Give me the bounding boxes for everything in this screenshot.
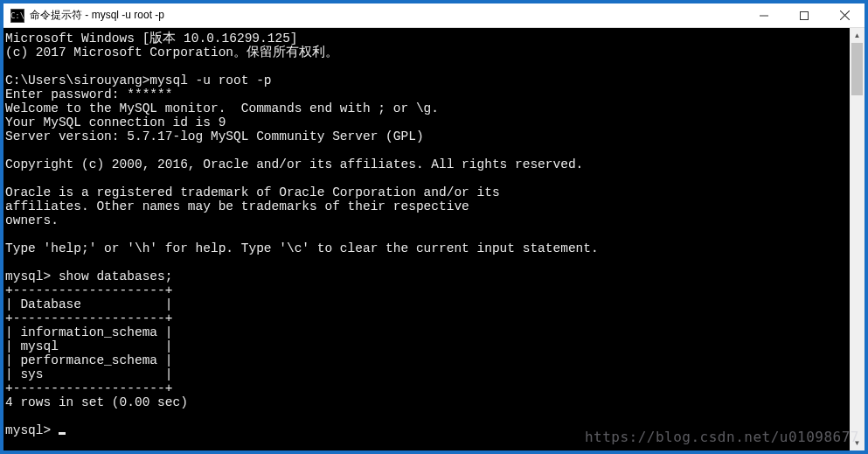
line: 4 rows in set (0.00 sec) bbox=[5, 395, 188, 409]
svg-rect-1 bbox=[801, 11, 809, 19]
cmd-window: C:\ 命令提示符 - mysql -u root -p Microsoft W… bbox=[3, 3, 865, 451]
line: Server version: 5.7.17-log MySQL Communi… bbox=[5, 129, 424, 143]
window-title: 命令提示符 - mysql -u root -p bbox=[30, 8, 164, 23]
terminal-area: Microsoft Windows [版本 10.0.16299.125] (c… bbox=[3, 28, 865, 451]
scroll-down-arrow-icon[interactable]: ▼ bbox=[850, 436, 865, 451]
minimize-icon bbox=[760, 11, 768, 20]
line: affiliates. Other names may be trademark… bbox=[5, 199, 469, 213]
line: Oracle is a registered trademark of Orac… bbox=[5, 185, 500, 199]
table-border: +--------------------+ bbox=[5, 381, 172, 395]
line: Welcome to the MySQL monitor. Commands e… bbox=[5, 101, 439, 115]
close-button[interactable] bbox=[824, 3, 865, 28]
table-row: | performance_schema | bbox=[5, 353, 172, 367]
table-row: | mysql | bbox=[5, 339, 172, 353]
line: Enter password: ****** bbox=[5, 87, 172, 101]
terminal-output[interactable]: Microsoft Windows [版本 10.0.16299.125] (c… bbox=[3, 28, 850, 451]
maximize-icon bbox=[800, 11, 809, 20]
table-row: | sys | bbox=[5, 367, 172, 381]
cmd-icon: C:\ bbox=[10, 9, 24, 23]
table-border: +--------------------+ bbox=[5, 311, 172, 325]
cursor bbox=[59, 432, 66, 435]
line: Your MySQL connection id is 9 bbox=[5, 115, 226, 129]
close-icon bbox=[840, 10, 850, 20]
maximize-button[interactable] bbox=[784, 3, 824, 28]
table-row: | information_schema | bbox=[5, 325, 172, 339]
line: mysql> show databases; bbox=[5, 269, 172, 283]
titlebar[interactable]: C:\ 命令提示符 - mysql -u root -p bbox=[3, 3, 865, 28]
minimize-button[interactable] bbox=[744, 3, 784, 28]
line: owners. bbox=[5, 213, 59, 227]
mysql-prompt: mysql> bbox=[5, 423, 59, 437]
line: Copyright (c) 2000, 2016, Oracle and/or … bbox=[5, 157, 583, 171]
vertical-scrollbar[interactable]: ▲ ▼ bbox=[850, 28, 865, 451]
scroll-up-arrow-icon[interactable]: ▲ bbox=[850, 28, 865, 43]
table-header: | Database | bbox=[5, 297, 172, 311]
line: (c) 2017 Microsoft Corporation。保留所有权利。 bbox=[5, 45, 338, 59]
scrollbar-thumb[interactable] bbox=[851, 43, 863, 95]
line: C:\Users\sirouyang>mysql -u root -p bbox=[5, 73, 272, 87]
table-border: +--------------------+ bbox=[5, 283, 172, 297]
line: Type 'help;' or '\h' for help. Type '\c'… bbox=[5, 241, 599, 255]
line: Microsoft Windows [版本 10.0.16299.125] bbox=[5, 31, 298, 45]
